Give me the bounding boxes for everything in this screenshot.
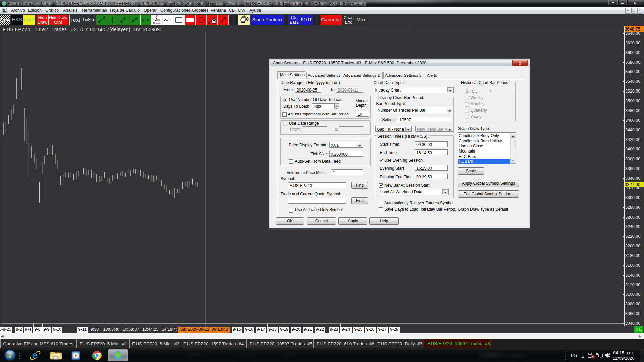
svg-text:Sim: Sim [0,17,10,23]
